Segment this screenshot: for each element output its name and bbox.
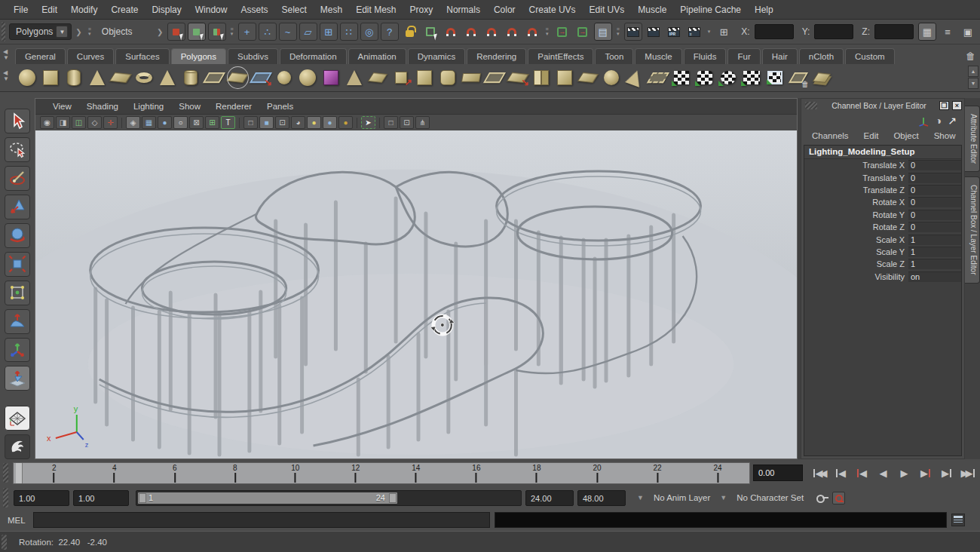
select-component-mode-button[interactable] [208, 23, 226, 41]
poly-pipe-button[interactable] [180, 66, 202, 89]
shelf-tab-subdivs[interactable]: Subdivs [228, 48, 278, 64]
play-backwards-button[interactable]: ◀ [874, 464, 893, 482]
shelf-tab-toon[interactable]: Toon [595, 48, 633, 64]
split-polygon-button[interactable]: ↘ [507, 66, 529, 89]
vp-menu-lighting[interactable]: Lighting [127, 100, 170, 112]
select-hierarchy-button[interactable] [167, 23, 185, 41]
step-forward-key-button[interactable]: ▶ [916, 464, 935, 482]
range-start-handle[interactable] [139, 493, 146, 503]
poly-plane-selected-button[interactable] [227, 66, 249, 89]
poly-plane-button[interactable] [110, 66, 132, 89]
snap-help-button[interactable]: ? [381, 23, 399, 41]
expand-chevron-icon[interactable]: ❯ [155, 28, 164, 36]
undock-panel-button[interactable]: ❐ [939, 101, 949, 110]
extract-button[interactable] [344, 66, 366, 89]
section-collapse-handle[interactable]: ≡▾ [544, 27, 551, 36]
poly-sphere-button[interactable] [17, 66, 38, 89]
camera-attributes-button[interactable]: ◫ [72, 116, 86, 129]
poly-torus-button[interactable] [133, 66, 155, 89]
shelf-tab-animation[interactable]: Animation [348, 48, 406, 64]
poly-pyramid-button[interactable] [157, 66, 179, 89]
attr-label[interactable]: Translate X [804, 161, 908, 170]
use-default-material-button[interactable]: ○ [173, 116, 188, 129]
input-connections-button[interactable]: → [553, 23, 571, 41]
command-line-label[interactable]: MEL [8, 516, 29, 525]
shelf-menu-arrows[interactable]: ◀▼ [3, 49, 9, 61]
slide-edge-button[interactable] [624, 66, 646, 89]
snap-to-lattice-button[interactable]: ⊞ [320, 23, 338, 41]
vp-menu-show[interactable]: Show [172, 100, 207, 112]
shelf-tab-painteffects[interactable]: PaintEffects [528, 48, 593, 64]
bookmarks-button[interactable]: ◇ [87, 116, 102, 129]
highlight-selection-button[interactable] [421, 23, 439, 41]
snap-to-grids-button[interactable]: + [238, 23, 256, 41]
textured-mode-button[interactable]: ● [158, 116, 172, 129]
attr-label[interactable]: Scale Y [804, 247, 908, 256]
uv-planar-map-button[interactable] [671, 66, 693, 89]
manipulator-axis-icon[interactable] [918, 115, 929, 127]
mirror-geometry-button[interactable]: ↗ [390, 66, 412, 89]
shelf-menu-arrows[interactable]: ◀▼ [3, 70, 9, 82]
output-connections-button[interactable]: → [574, 23, 592, 41]
current-frame-marker[interactable] [16, 463, 23, 483]
select-tool-button[interactable] [5, 109, 30, 133]
attr-value-field[interactable]: 1 [908, 247, 961, 257]
menu-edit-uvs[interactable]: Edit UVs [583, 2, 631, 18]
lock-camera-button[interactable]: ◨ [56, 116, 70, 129]
step-forward-frame-button[interactable]: ▶ [937, 464, 956, 482]
plugin-shapes-button[interactable]: □ [384, 116, 398, 129]
menu-file[interactable]: File [8, 2, 34, 18]
y-input[interactable] [814, 24, 853, 39]
rotate-tool-button[interactable] [5, 223, 30, 248]
anim-layer-dropdown[interactable]: No Anim Layer [648, 490, 716, 506]
poly-cone-button[interactable] [87, 66, 109, 89]
cb-menu-channels[interactable]: Channels [806, 130, 855, 141]
help-line-handle[interactable] [2, 535, 7, 550]
menu-modify[interactable]: Modify [65, 2, 103, 18]
menu-color[interactable]: Color [488, 2, 522, 18]
checker-sphere-button[interactable]: ◕ [291, 116, 305, 129]
attr-label[interactable]: Rotate X [804, 198, 908, 207]
shelf-tab-polygons[interactable]: Polygons [171, 48, 226, 64]
shaded-mode-button[interactable]: ▦ [142, 116, 156, 129]
menu-proxy[interactable]: Proxy [404, 2, 439, 18]
select-object-mode-button[interactable] [188, 23, 206, 41]
section-collapse-handle[interactable]: ≡▾ [86, 27, 93, 36]
panel-drag-handle[interactable] [805, 102, 817, 109]
animation-end-field[interactable]: 48.00 [577, 490, 626, 506]
merge-vertices-button[interactable] [484, 66, 506, 89]
ipr-render-button[interactable]: IPR [665, 23, 683, 41]
viewport-canvas[interactable]: y x z [35, 130, 797, 458]
scale-tool-button[interactable] [5, 252, 30, 277]
sculpt-dragon-tool-button[interactable] [5, 434, 30, 459]
time-slider-handle[interactable] [3, 463, 8, 483]
last-tool-live-surface-button[interactable] [5, 406, 30, 431]
wire-on-shaded-button[interactable]: □ [243, 116, 258, 129]
animation-start-field[interactable]: 1.00 [14, 490, 69, 506]
playback-start-field[interactable]: 1.00 [73, 490, 129, 506]
make-live-point-button[interactable] [482, 23, 501, 41]
shelf-tab-curves[interactable]: Curves [67, 48, 114, 64]
shelf-tab-surfaces[interactable]: Surfaces [115, 48, 169, 64]
vp-menu-panels[interactable]: Panels [260, 100, 300, 112]
time-slider-ruler[interactable]: 2 4 6 8 10 12 14 16 18 20 22 24 [13, 462, 750, 484]
shelf-tab-muscle[interactable]: Muscle [635, 48, 681, 64]
menu-window[interactable]: Window [189, 2, 234, 18]
make-live-button[interactable] [523, 23, 541, 41]
lock-selection-button[interactable] [401, 23, 419, 41]
uv-spherical-map-button[interactable] [718, 66, 740, 89]
isolate-select-button[interactable]: ➤ [361, 116, 375, 129]
range-row-handle[interactable] [3, 488, 8, 508]
shelf-tab-rendering[interactable]: Rendering [467, 48, 526, 64]
attr-value-field[interactable]: 1 [908, 235, 961, 245]
soft-modification-tool-button[interactable] [5, 309, 30, 334]
uv-automatic-map-button[interactable] [741, 66, 763, 89]
menu-muscle[interactable]: Muscle [632, 2, 672, 18]
objects-mask-field[interactable]: Objects [96, 23, 153, 40]
make-live-grid-button[interactable] [442, 23, 460, 41]
shelf-tab-custom[interactable]: Custom [845, 48, 895, 64]
attr-label[interactable]: Translate Y [804, 173, 908, 182]
poly-cube-button[interactable] [40, 66, 62, 89]
attr-label[interactable]: Visibility [804, 272, 908, 281]
shelf-tab-deformation[interactable]: Deformation [280, 48, 347, 64]
